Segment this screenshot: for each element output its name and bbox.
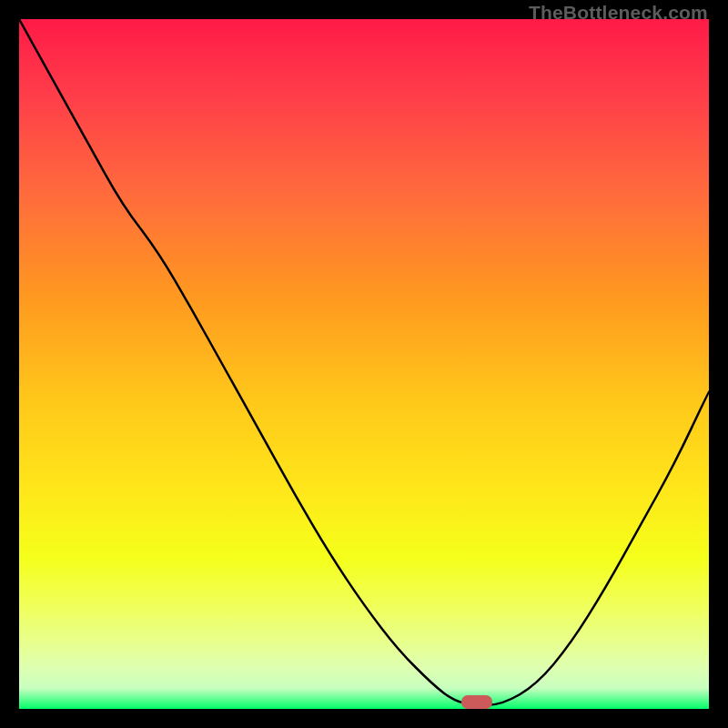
bottleneck-curve (19, 19, 709, 709)
chart-frame: TheBottleneck.com (0, 0, 728, 728)
watermark-text: TheBottleneck.com (529, 2, 708, 24)
optimal-point-marker (461, 695, 492, 709)
plot-area (19, 19, 709, 709)
